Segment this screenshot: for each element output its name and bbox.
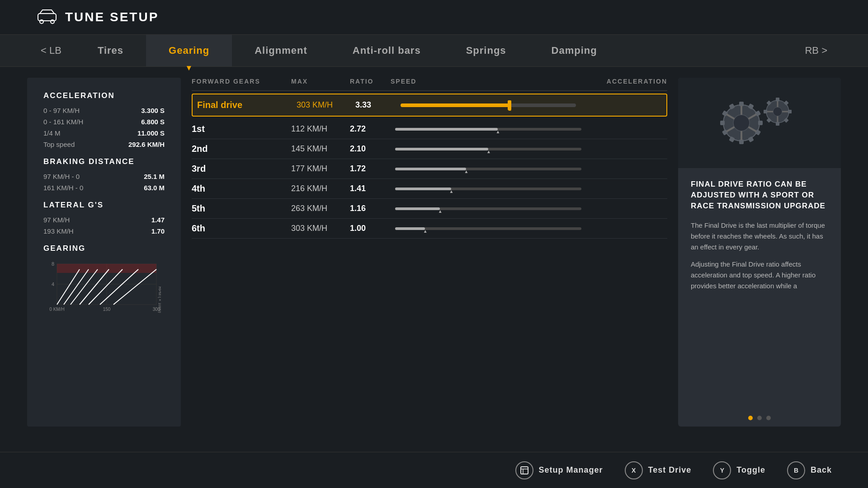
svg-rect-25 [739, 102, 744, 106]
dot-1[interactable] [748, 416, 753, 420]
stat-lateral-193: 193 KM/H 1.70 [43, 227, 165, 235]
label-lateral-97: 97 KM/H [43, 216, 70, 224]
gear-max-6th: 303 KM/H [291, 224, 350, 233]
gear-slider-2nd[interactable]: ▲ [391, 148, 586, 150]
stat-braking-97: 97 KM/H - 0 25.1 M [43, 173, 165, 180]
setup-manager-button[interactable]: Setup Manager [515, 461, 603, 479]
nav-tabs: < LB Tires Gearing Alignment Anti-roll b… [0, 34, 868, 67]
toggle-label: Toggle [736, 465, 765, 475]
rb-button[interactable]: RB > [791, 35, 841, 66]
test-drive-icon: X [625, 461, 643, 479]
svg-rect-45 [776, 98, 779, 101]
svg-point-44 [773, 107, 782, 116]
gear-ratio-3rd: 1.72 [350, 164, 391, 174]
gear-max-4th: 216 KM/H [291, 184, 350, 193]
svg-rect-49 [776, 122, 779, 126]
gear-row-4th[interactable]: 4th 216 KM/H 1.41 ▲ [192, 179, 667, 199]
gear-image-container [678, 78, 841, 168]
toggle-button[interactable]: Y Toggle [713, 461, 765, 479]
gearing-chart-title: GEARING [43, 244, 165, 253]
gear-max-2nd: 145 KM/H [291, 144, 350, 154]
svg-rect-31 [739, 140, 744, 144]
right-panel: FINAL DRIVE RATIO CAN BE ADJUSTED WITH A… [678, 78, 841, 427]
footer: Setup Manager X Test Drive Y Toggle B Ba… [0, 452, 868, 488]
gear-name-2nd: 2nd [192, 144, 291, 154]
gear-row-5th[interactable]: 5th 263 KM/H 1.16 ▲ [192, 199, 667, 219]
gear-row-6th[interactable]: 6th 303 KM/H 1.00 ▲ [192, 219, 667, 239]
header: TUNE SETUP [0, 0, 868, 34]
lateral-title: LATERAL G'S [43, 201, 165, 210]
gear-ratio-6th: 1.00 [350, 224, 391, 233]
test-drive-label: Test Drive [648, 465, 692, 475]
info-highlight: FINAL DRIVE RATIO CAN BE ADJUSTED WITH A… [691, 179, 828, 211]
gearing-chart: 8 4 0 KM/H 150 300 RPM (×1000) [43, 259, 165, 318]
gear-slider-5th[interactable]: ▲ [391, 207, 586, 210]
gear-row-2nd[interactable]: 2nd 145 KM/H 2.10 ▲ [192, 139, 667, 159]
value-0-97: 3.300 S [141, 107, 165, 114]
info-desc-1: The Final Drive is the last multiplier o… [691, 220, 828, 253]
header-ratio: RATIO [350, 78, 391, 85]
stat-braking-161: 161 KM/H - 0 63.0 M [43, 184, 165, 192]
gear-slider-6th[interactable]: ▲ [391, 227, 586, 230]
svg-text:0 KM/H: 0 KM/H [49, 307, 64, 312]
header-speed: SPEED [391, 78, 586, 85]
test-drive-button[interactable]: X Test Drive [625, 461, 692, 479]
tab-gearing[interactable]: Gearing [146, 35, 232, 66]
gear-max-final: 303 KM/H [297, 100, 355, 110]
stat-top-speed: Top speed 292.6 KM/H [43, 141, 165, 148]
gear-slider-3rd[interactable]: ▲ [391, 168, 586, 170]
value-quarter-mile: 11.000 S [137, 129, 165, 137]
svg-line-18 [113, 269, 156, 305]
gear-row-final[interactable]: Final drive 303 KM/H 3.33 ▲ [192, 94, 667, 117]
setup-manager-label: Setup Manager [539, 465, 603, 475]
tab-antiroll[interactable]: Anti-roll bars [330, 35, 443, 66]
value-lateral-97: 1.47 [151, 216, 165, 224]
lb-button[interactable]: < LB [27, 35, 75, 66]
gear-slider-final[interactable]: ▲ [396, 103, 580, 107]
svg-rect-28 [758, 121, 763, 125]
gear-name-3rd: 3rd [192, 164, 291, 174]
gear-max-1st: 112 KM/H [291, 124, 350, 134]
back-button[interactable]: B Back [787, 461, 832, 479]
right-panel-content: FINAL DRIVE RATIO CAN BE ADJUSTED WITH A… [678, 168, 841, 409]
gear-row-1st[interactable]: 1st 112 KM/H 2.72 ▲ [192, 119, 667, 139]
back-icon: B [787, 461, 805, 479]
svg-point-24 [733, 115, 750, 131]
setup-manager-icon [515, 461, 533, 479]
label-quarter-mile: 1/4 M [43, 129, 61, 137]
tab-tires[interactable]: Tires [75, 35, 146, 66]
page-title: TUNE SETUP [65, 10, 159, 24]
svg-text:8: 8 [52, 261, 54, 267]
gear-ratio-1st: 2.72 [350, 124, 391, 134]
value-0-161: 6.800 S [141, 118, 165, 126]
gear-max-5th: 263 KM/H [291, 204, 350, 213]
car-icon [36, 8, 58, 26]
svg-rect-57 [521, 467, 528, 474]
svg-rect-47 [788, 110, 792, 113]
label-braking-161: 161 KM/H - 0 [43, 184, 83, 192]
stat-0-161: 0 - 161 KM/H 6.800 S [43, 118, 165, 126]
acceleration-title: ACCELERATION [43, 91, 165, 100]
gear-name-1st: 1st [192, 124, 291, 134]
svg-text:150: 150 [103, 307, 111, 312]
center-panel: FORWARD GEARS MAX RATIO SPEED ACCELERATI… [192, 78, 667, 427]
value-braking-161: 63.0 M [144, 184, 165, 192]
back-label: Back [811, 465, 832, 475]
dot-3[interactable] [766, 416, 771, 420]
tab-alignment[interactable]: Alignment [232, 35, 330, 66]
stat-lateral-97: 97 KM/H 1.47 [43, 216, 165, 224]
braking-title: BRAKING DISTANCE [43, 157, 165, 166]
main-content: ACCELERATION 0 - 97 KM/H 3.300 S 0 - 161… [0, 67, 868, 437]
dot-2[interactable] [757, 416, 762, 420]
gear-slider-4th[interactable]: ▲ [391, 188, 586, 190]
tab-springs[interactable]: Springs [443, 35, 529, 66]
left-panel: ACCELERATION 0 - 97 KM/H 3.300 S 0 - 161… [27, 78, 181, 427]
label-0-97: 0 - 97 KM/H [43, 107, 80, 114]
gear-ratio-2nd: 2.10 [350, 144, 391, 154]
gear-slider-1st[interactable]: ▲ [391, 128, 586, 131]
gears-table: FORWARD GEARS MAX RATIO SPEED ACCELERATI… [192, 78, 667, 239]
gear-name-6th: 6th [192, 223, 291, 234]
value-lateral-193: 1.70 [151, 227, 165, 235]
tab-damping[interactable]: Damping [529, 35, 620, 66]
gear-row-3rd[interactable]: 3rd 177 KM/H 1.72 ▲ [192, 159, 667, 179]
